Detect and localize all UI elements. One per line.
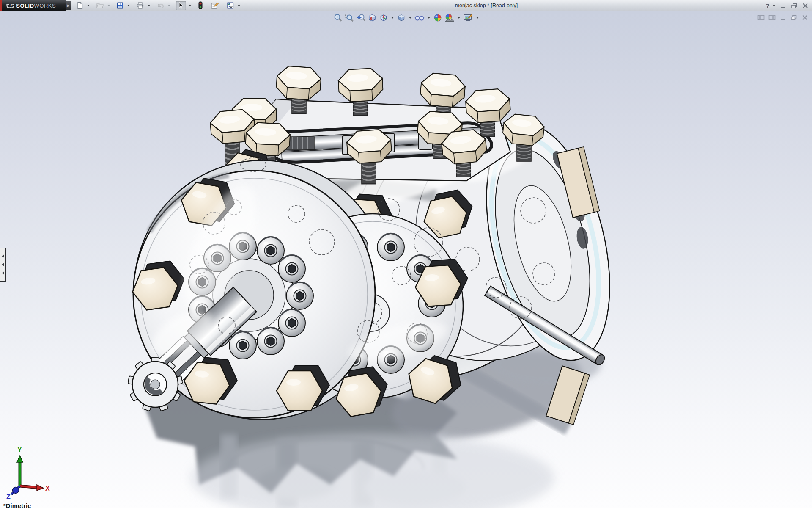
- select-dropdown-caret[interactable]: [189, 5, 191, 6]
- zoom-to-area-button[interactable]: [344, 13, 354, 23]
- close-document-button[interactable]: [801, 14, 809, 21]
- print-button[interactable]: [135, 1, 145, 10]
- display-style-icon: [397, 13, 406, 22]
- section-view-icon: [368, 13, 377, 22]
- options-checklist-icon: [226, 2, 234, 9]
- note-button[interactable]: [210, 1, 220, 10]
- new-document-button[interactable]: [75, 1, 85, 10]
- window-controls: ?: [763, 1, 809, 10]
- options-button[interactable]: [225, 1, 235, 10]
- expand-pane-arrow-icon: [2, 254, 4, 258]
- select-cursor-icon: [177, 2, 185, 9]
- logo-text-bold: SOLID: [16, 3, 34, 9]
- solidworks-logo: 3S SOLIDWORKS: [2, 0, 66, 11]
- new-document-icon: [76, 2, 84, 9]
- save-dropdown-caret[interactable]: [127, 5, 130, 6]
- zoom-to-area-icon: [345, 13, 354, 22]
- restore-button[interactable]: [790, 1, 798, 10]
- rebuild-button[interactable]: [197, 1, 204, 10]
- minimize-icon: [780, 3, 787, 9]
- view-orientation-icon: [379, 13, 388, 22]
- help-button[interactable]: ?: [763, 1, 772, 10]
- toggle-left-pane-button[interactable]: [757, 14, 765, 21]
- restore-icon: [791, 3, 798, 9]
- close-button[interactable]: [801, 1, 809, 10]
- triad-x-label: X: [45, 485, 50, 492]
- feature-tree-collapsed-tab[interactable]: [0, 248, 6, 282]
- close-document-icon: [801, 14, 808, 21]
- zoom-to-fit-button[interactable]: [333, 13, 343, 23]
- restore-document-button[interactable]: [790, 14, 798, 21]
- print-dropdown-caret[interactable]: [148, 5, 150, 6]
- view-orientation-label: *Dimetric: [3, 502, 31, 508]
- open-icon: [96, 2, 104, 9]
- standard-toolbar: [75, 0, 241, 11]
- display-style-caret[interactable]: [409, 17, 411, 19]
- zoom-to-fit-icon: [333, 13, 343, 22]
- model-3d-view[interactable]: [0, 11, 812, 508]
- expand-pane-arrow-icon: [2, 271, 4, 275]
- minimize-button[interactable]: [779, 1, 787, 10]
- title-bar: 3S SOLIDWORKS ▶: [0, 0, 812, 11]
- hide-show-items-button[interactable]: [414, 13, 425, 23]
- minimize-document-icon: [780, 14, 786, 21]
- previous-view-icon: [356, 13, 365, 22]
- apply-scene-icon: [444, 13, 455, 22]
- view-settings-icon: [463, 13, 473, 22]
- apply-scene-caret[interactable]: [458, 17, 460, 19]
- reference-triad: Y X Z: [3, 444, 50, 501]
- edit-appearance-icon: [433, 13, 442, 22]
- undo-button[interactable]: [156, 1, 165, 10]
- hide-show-items-icon: [414, 13, 425, 22]
- section-view-button[interactable]: [367, 13, 377, 23]
- rebuild-stoplight-icon: [198, 1, 203, 10]
- save-icon: [116, 2, 124, 9]
- menu-expand-chevron[interactable]: ▶: [66, 1, 71, 10]
- help-dropdown-caret[interactable]: [773, 5, 775, 6]
- close-icon: [802, 3, 809, 9]
- view-settings-button[interactable]: [463, 13, 474, 23]
- toggle-right-pane-button[interactable]: [768, 14, 776, 21]
- window-title: menjac sklop * [Read-only]: [431, 3, 541, 8]
- previous-view-button[interactable]: [356, 13, 366, 23]
- hide-show-items-caret[interactable]: [428, 17, 430, 19]
- triad-y-label: Y: [17, 446, 22, 453]
- display-style-button[interactable]: [396, 13, 406, 23]
- toggle-left-pane-icon: [757, 14, 765, 21]
- new-dropdown-caret[interactable]: [87, 5, 90, 6]
- view-orientation-caret[interactable]: [391, 17, 394, 19]
- undo-dropdown-caret[interactable]: [168, 5, 170, 6]
- edit-appearance-button[interactable]: [433, 13, 443, 23]
- expand-pane-arrow-icon: [2, 263, 4, 266]
- apply-scene-button[interactable]: [444, 13, 455, 23]
- save-button[interactable]: [115, 1, 125, 10]
- logo-text-light: WORKS: [34, 3, 56, 9]
- view-orientation-button[interactable]: [379, 13, 389, 23]
- headsup-view-toolbar: [333, 13, 480, 23]
- toggle-right-pane-icon: [768, 14, 776, 21]
- undo-icon: [156, 2, 165, 9]
- open-button[interactable]: [95, 1, 105, 10]
- minimize-document-button[interactable]: [779, 14, 787, 21]
- note-pencil-icon: [211, 2, 219, 9]
- document-window-controls: [757, 14, 809, 21]
- open-dropdown-caret[interactable]: [107, 5, 110, 6]
- graphics-viewport[interactable]: Y X Z *Dimetric: [0, 11, 812, 508]
- print-icon: [136, 2, 144, 9]
- options-dropdown-caret[interactable]: [238, 5, 240, 6]
- logo-3ds-mark: 3S: [6, 2, 14, 9]
- select-button[interactable]: [176, 1, 186, 10]
- triad-z-label: Z: [6, 493, 11, 500]
- view-settings-caret[interactable]: [476, 17, 479, 19]
- restore-document-icon: [790, 14, 797, 21]
